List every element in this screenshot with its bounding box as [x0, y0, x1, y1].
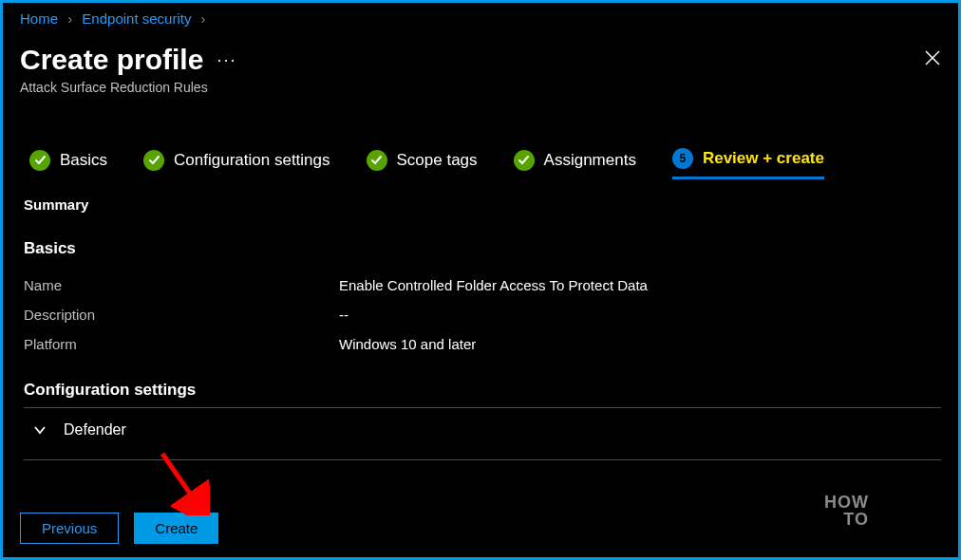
chevron-right-icon: › [201, 10, 206, 27]
step-basics[interactable]: Basics [29, 150, 107, 178]
breadcrumb: Home › Endpoint security › [3, 3, 958, 27]
basics-heading: Basics [24, 239, 941, 258]
svg-text:MANAGE: MANAGE [876, 495, 937, 510]
content: Summary Basics Name Enable Controlled Fo… [3, 179, 958, 460]
field-value: Enable Controlled Folder Access To Prote… [339, 277, 648, 293]
divider [24, 459, 941, 460]
step-scope-tags[interactable]: Scope tags [367, 150, 478, 178]
field-platform: Platform Windows 10 and later [24, 336, 941, 352]
field-label: Name [24, 277, 339, 293]
expander-defender[interactable]: Defender [24, 408, 941, 452]
field-description: Description -- [24, 307, 941, 323]
configuration-settings-heading: Configuration settings [24, 381, 941, 400]
svg-text:DEVICES: DEVICES [876, 510, 937, 524]
field-name: Name Enable Controlled Folder Access To … [24, 277, 941, 293]
step-label: Review + create [703, 149, 824, 168]
svg-text:HOW: HOW [824, 493, 869, 512]
page-subtitle: Attack Surface Reduction Rules [3, 76, 958, 95]
check-icon [367, 150, 387, 171]
svg-text:TO: TO [843, 510, 869, 529]
chevron-down-icon [33, 423, 47, 437]
step-assignments[interactable]: Assignments [514, 150, 636, 178]
svg-line-2 [162, 454, 195, 500]
previous-button[interactable]: Previous [20, 513, 119, 544]
breadcrumb-home[interactable]: Home [20, 10, 58, 27]
step-label: Configuration settings [174, 151, 330, 170]
check-icon [29, 150, 50, 171]
step-label: Scope tags [397, 151, 478, 170]
page-header: Create profile ··· [3, 27, 958, 76]
expander-label: Defender [64, 421, 126, 439]
field-label: Description [24, 307, 339, 323]
wizard-steps: Basics Configuration settings Scope tags… [3, 95, 958, 179]
step-label: Assignments [544, 151, 636, 170]
breadcrumb-endpoint-security[interactable]: Endpoint security [82, 10, 191, 27]
field-label: Platform [24, 336, 339, 352]
check-icon [143, 150, 164, 171]
check-icon [514, 150, 535, 171]
field-value: Windows 10 and later [339, 336, 476, 352]
close-icon[interactable] [924, 49, 941, 71]
step-configuration-settings[interactable]: Configuration settings [143, 150, 330, 178]
step-label: Basics [60, 151, 107, 170]
watermark-logo: HOW TO MANAGE DEVICES [820, 491, 943, 536]
summary-heading: Summary [24, 196, 941, 213]
field-value: -- [339, 307, 349, 323]
step-review-create[interactable]: 5 Review + create [672, 148, 824, 179]
page-title: Create profile [20, 44, 203, 76]
chevron-right-icon: › [67, 10, 72, 27]
step-number-icon: 5 [672, 148, 693, 169]
create-button[interactable]: Create [134, 513, 218, 544]
footer-actions: Previous Create [20, 513, 218, 544]
more-icon[interactable]: ··· [217, 50, 236, 70]
